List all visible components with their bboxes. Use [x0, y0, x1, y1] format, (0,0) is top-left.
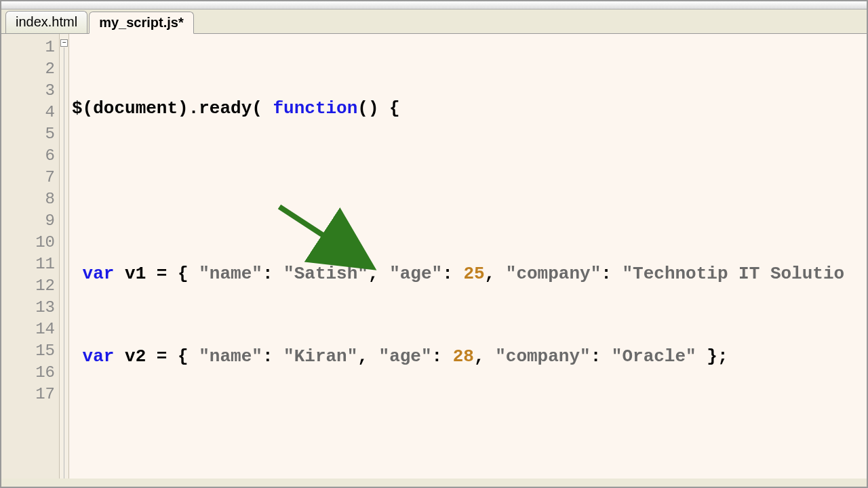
- line-number: 15: [1, 340, 59, 362]
- fold-gutter[interactable]: −: [60, 34, 69, 479]
- editor-window: index.html my_script.js* 123456789101112…: [0, 0, 868, 488]
- fold-toggle-icon[interactable]: −: [60, 39, 68, 47]
- code-area[interactable]: $(document).ready( function() { var v1 =…: [69, 34, 867, 479]
- line-number: 1: [1, 37, 59, 58]
- window-titlebar: [1, 1, 867, 9]
- line-number: 2: [1, 58, 59, 80]
- tab-index-html[interactable]: index.html: [5, 11, 87, 33]
- line-number: 14: [1, 319, 59, 340]
- tab-my-script-js[interactable]: my_script.js*: [89, 12, 194, 34]
- line-number-gutter: 1234567891011121314151617: [1, 34, 60, 479]
- line-number: 8: [1, 188, 59, 210]
- tab-bar: index.html my_script.js*: [1, 9, 867, 34]
- line-number: 4: [1, 102, 59, 123]
- code-editor[interactable]: 1234567891011121314151617 − $(document).…: [1, 34, 867, 479]
- line-number: 16: [1, 362, 59, 384]
- line-number: 3: [1, 80, 59, 102]
- fold-line: [64, 47, 64, 479]
- line-number: 6: [1, 145, 59, 167]
- line-number: 5: [1, 123, 59, 145]
- line-number: 12: [1, 275, 59, 297]
- line-number: 9: [1, 210, 59, 232]
- line-number: 7: [1, 167, 59, 188]
- line-number: 10: [1, 232, 59, 253]
- svg-line-0: [279, 207, 368, 264]
- line-number: 13: [1, 297, 59, 319]
- line-number: 17: [1, 384, 59, 405]
- line-number: 11: [1, 253, 59, 275]
